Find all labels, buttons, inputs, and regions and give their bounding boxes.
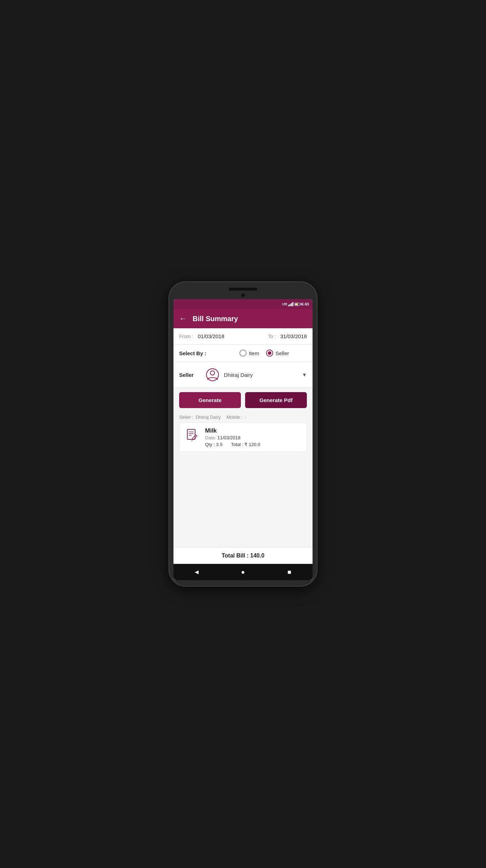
total-bill-value: Total Bill : 140.0 <box>222 553 265 559</box>
phone-camera <box>241 293 245 297</box>
radio-seller-circle <box>266 350 273 357</box>
select-by-label: Select By : <box>179 350 222 356</box>
to-label: To : <box>268 334 276 339</box>
svg-point-1 <box>210 371 215 375</box>
seller-name-value: Dhiiraj Dairy <box>224 372 298 378</box>
nav-back-button[interactable]: ◄ <box>191 567 202 577</box>
spacer <box>173 452 313 547</box>
radio-group: Item Seller <box>222 350 307 357</box>
radio-seller[interactable]: Seller <box>266 350 289 357</box>
bill-item-card: Milk Date: 11/03/2018 Qty : 3.5 Total : … <box>179 423 307 452</box>
from-label: From : <box>179 334 193 339</box>
seller-info-key: Seller : <box>179 414 193 420</box>
seller-row: Seller Dhiiraj Dairy ▼ <box>173 362 313 388</box>
radio-item[interactable]: Item <box>239 350 259 357</box>
date-row: From : 01/03/2018 To : 31/03/2018 <box>173 328 313 345</box>
phone-screen: LTE ⚡ 6:43 ← Bill Summary <box>173 299 313 580</box>
svg-rect-2 <box>187 429 195 439</box>
seller-dropdown[interactable]: Dhiiraj Dairy ▼ <box>205 367 307 383</box>
bill-items-list: Milk Date: 11/03/2018 Qty : 3.5 Total : … <box>173 423 313 452</box>
radio-seller-label: Seller <box>275 350 289 356</box>
seller-info: Seller : Dhiiraj Dairy <box>179 414 221 420</box>
bottom-nav: ◄ ● ■ <box>173 564 313 580</box>
buttons-row: Generate Generate Pdf <box>173 388 313 412</box>
bill-item-icon <box>184 427 200 443</box>
seller-avatar-icon <box>205 367 220 383</box>
from-value: 01/03/2018 <box>198 333 224 339</box>
nav-home-button[interactable]: ● <box>238 567 248 577</box>
radio-item-label: Item <box>249 350 259 356</box>
total-bill-row: Total Bill : 140.0 <box>173 547 313 564</box>
bill-item-name: Milk <box>205 427 302 434</box>
lte-icon: LTE <box>282 302 287 306</box>
generate-button[interactable]: Generate <box>179 392 241 408</box>
bill-item-date: Date: 11/03/2018 <box>205 435 302 440</box>
signal-bars-icon <box>288 302 293 306</box>
bill-item-details: Milk Date: 11/03/2018 Qty : 3.5 Total : … <box>205 427 302 447</box>
radio-item-circle <box>239 350 247 357</box>
info-row: Seller : Dhiiraj Dairy Mobile : - <box>173 412 313 423</box>
status-icons: LTE ⚡ 6:43 <box>282 302 309 306</box>
generate-pdf-button[interactable]: Generate Pdf <box>245 392 307 408</box>
to-value: 31/03/2018 <box>280 333 307 339</box>
select-by-row: Select By : Item Seller <box>173 345 313 362</box>
seller-label: Seller <box>179 372 200 378</box>
qty-label: Qty : 3.5 <box>205 442 222 447</box>
status-bar: LTE ⚡ 6:43 <box>173 299 313 309</box>
page-title: Bill Summary <box>193 315 238 323</box>
clock: 6:43 <box>301 302 309 306</box>
mobile-info: Mobile : - <box>226 414 246 420</box>
phone-speaker <box>229 288 257 291</box>
total-label: Total : ₹ 120.0 <box>231 442 260 447</box>
battery-icon: ⚡ <box>294 303 300 306</box>
nav-recent-button[interactable]: ■ <box>284 567 295 577</box>
seller-info-value: Dhiiraj Dairy <box>195 414 221 420</box>
app-bar: ← Bill Summary <box>173 309 313 328</box>
bill-qty-total: Qty : 3.5 Total : ₹ 120.0 <box>205 442 302 447</box>
mobile-info-key: Mobile : <box>226 414 243 420</box>
back-button[interactable]: ← <box>179 314 187 323</box>
dropdown-arrow-icon: ▼ <box>302 372 307 378</box>
mobile-info-value: - <box>245 414 246 420</box>
main-content: From : 01/03/2018 To : 31/03/2018 Select… <box>173 328 313 580</box>
